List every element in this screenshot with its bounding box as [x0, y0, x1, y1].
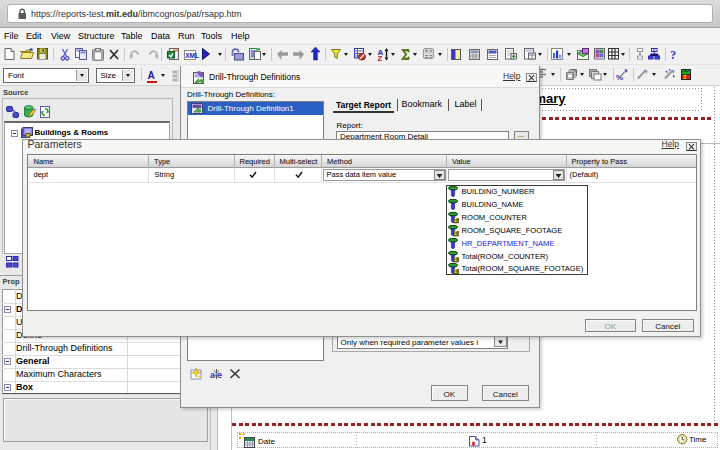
svg-text:Σ: Σ — [454, 231, 457, 236]
svg-text:XML: XML — [185, 51, 199, 58]
svg-text:Σ: Σ — [454, 270, 457, 275]
svg-text:e: e — [217, 369, 222, 379]
svg-text:?: ? — [670, 48, 676, 62]
svg-text:Z: Z — [683, 75, 686, 80]
svg-text:Σ: Σ — [454, 218, 457, 223]
svg-text:Z: Z — [377, 53, 382, 62]
svg-text:Σ: Σ — [454, 257, 457, 262]
